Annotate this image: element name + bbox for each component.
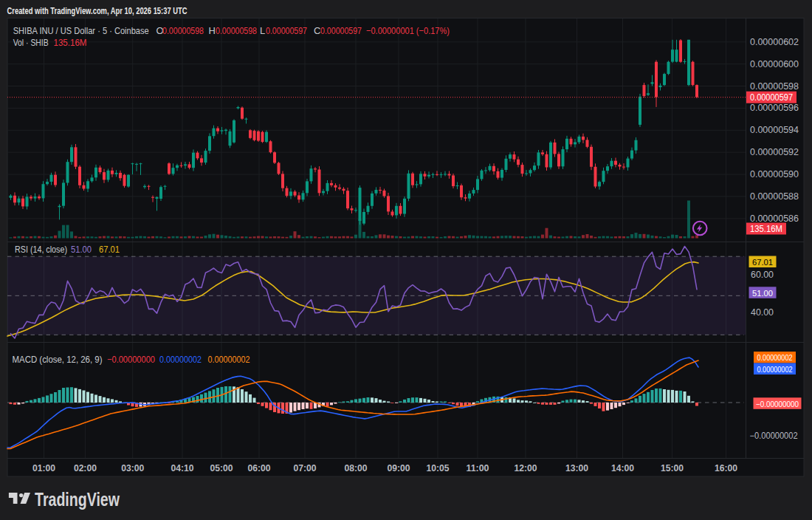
svg-text:06:00: 06:00 — [248, 463, 271, 473]
svg-text:01:00: 01:00 — [32, 463, 55, 473]
svg-text:RSI (14, close): RSI (14, close) — [15, 244, 67, 255]
svg-text:67.01: 67.01 — [99, 244, 120, 255]
svg-text:60.00: 60.00 — [751, 270, 774, 280]
svg-text:04:10: 04:10 — [171, 463, 194, 473]
svg-text:135.16M: 135.16M — [750, 224, 782, 234]
svg-text:0.00000598: 0.00000598 — [750, 81, 799, 92]
svg-text:0.00000594: 0.00000594 — [750, 125, 799, 135]
svg-text:0.00000590: 0.00000590 — [750, 169, 799, 179]
svg-text:14:00: 14:00 — [611, 463, 634, 473]
svg-text:0.00000002: 0.00000002 — [757, 365, 793, 374]
svg-text:0.00000588: 0.00000588 — [750, 191, 799, 202]
svg-text:0.00000598: 0.00000598 — [162, 25, 204, 36]
svg-text:0.00000002: 0.00000002 — [208, 355, 250, 365]
svg-text:0.00000602: 0.00000602 — [750, 37, 799, 47]
svg-text:51.00: 51.00 — [71, 244, 92, 255]
svg-text:Vol · SHIB: Vol · SHIB — [13, 37, 49, 48]
svg-text:11:00: 11:00 — [467, 463, 489, 473]
svg-text:15:00: 15:00 — [661, 463, 684, 473]
svg-text:−0.00000001 (−0.17%): −0.00000001 (−0.17%) — [366, 25, 450, 36]
svg-text:−0.00000002: −0.00000002 — [750, 431, 798, 441]
svg-text:05:00: 05:00 — [210, 463, 233, 473]
svg-text:16:00: 16:00 — [715, 463, 737, 473]
svg-text:L: L — [260, 25, 265, 36]
svg-text:08:00: 08:00 — [345, 463, 368, 473]
svg-text:09:00: 09:00 — [388, 463, 410, 473]
svg-text:0.00000597: 0.00000597 — [320, 25, 362, 36]
svg-text:10:05: 10:05 — [427, 463, 450, 473]
svg-text:40.00: 40.00 — [751, 307, 774, 318]
svg-text:Created with TradingView.com,: Created with TradingView.com, Apr 10, 20… — [7, 6, 187, 16]
svg-text:H: H — [209, 25, 216, 36]
svg-text:135.16M: 135.16M — [54, 37, 87, 48]
svg-text:0.00000002: 0.00000002 — [757, 353, 793, 362]
svg-text:67.01: 67.01 — [752, 258, 773, 267]
svg-text:TradingView: TradingView — [35, 489, 120, 510]
svg-text:0.00000598: 0.00000598 — [216, 25, 257, 36]
svg-text:03:00: 03:00 — [121, 463, 144, 473]
svg-text:51.00: 51.00 — [752, 289, 773, 298]
svg-text:0.00000586: 0.00000586 — [750, 213, 799, 224]
svg-text:MACD (close, 12, 26, 9): MACD (close, 12, 26, 9) — [13, 355, 103, 365]
svg-text:SHIBA INU / US Dollar · 5 · Co: SHIBA INU / US Dollar · 5 · Coinbase — [13, 25, 149, 36]
svg-text:−0.00000000: −0.00000000 — [756, 400, 799, 408]
svg-text:0.00000597: 0.00000597 — [750, 92, 793, 103]
svg-text:02:00: 02:00 — [74, 463, 97, 473]
svg-text:12:00: 12:00 — [515, 463, 537, 473]
svg-text:07:00: 07:00 — [294, 463, 317, 473]
svg-text:C: C — [314, 25, 320, 36]
svg-text:0.00000597: 0.00000597 — [266, 25, 307, 36]
svg-text:−0.00000000: −0.00000000 — [107, 355, 155, 365]
svg-text:0.00000592: 0.00000592 — [750, 147, 799, 157]
svg-text:0.00000596: 0.00000596 — [750, 103, 799, 113]
svg-text:0.00000600: 0.00000600 — [750, 59, 799, 69]
svg-text:0.00000002: 0.00000002 — [159, 355, 202, 365]
svg-text:13:00: 13:00 — [565, 463, 588, 473]
